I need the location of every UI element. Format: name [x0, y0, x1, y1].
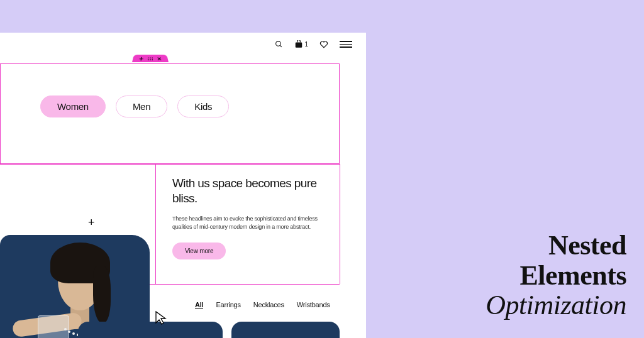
editor-gridline [340, 164, 340, 284]
editor-gridline [0, 164, 340, 165]
cart-button[interactable]: 1 [294, 40, 308, 48]
category-tabs: Women Men Kids [40, 95, 229, 117]
hero-description: These headlines aim to evoke the sophist… [172, 215, 330, 231]
category-tab-men[interactable]: Men [116, 95, 167, 117]
slide-headline: Nested Elements Optimization [486, 231, 626, 320]
filter-tab-necklaces[interactable]: Necklaces [253, 301, 284, 309]
editor-gridline [155, 164, 156, 284]
hero-section: With us space becomes pure bliss. These … [172, 176, 330, 259]
product-image[interactable] [78, 322, 223, 338]
svg-point-7 [150, 59, 151, 60]
svg-rect-2 [296, 43, 303, 48]
svg-point-3 [148, 57, 149, 58]
filter-tab-wristbands[interactable]: Wristbands [297, 301, 330, 309]
headline-line-2: Elements [486, 261, 626, 291]
svg-point-0 [276, 41, 281, 46]
svg-point-6 [148, 59, 149, 60]
menu-icon[interactable] [340, 41, 352, 48]
svg-point-4 [150, 57, 151, 58]
product-image[interactable] [231, 322, 340, 338]
filter-tab-earrings[interactable]: Earrings [216, 301, 240, 309]
top-toolbar: 1 [275, 40, 352, 48]
search-icon[interactable] [275, 40, 283, 48]
svg-point-5 [152, 57, 153, 58]
drag-handle-icon [147, 57, 153, 61]
headline-line-1: Nested [486, 231, 626, 261]
headline-line-3: Optimization [486, 290, 626, 320]
product-filter-tabs: All Earrings Necklaces Wristbands [195, 301, 330, 309]
hero-title: With us space becomes pure bliss. [172, 176, 330, 206]
plus-icon [138, 57, 143, 61]
category-tab-women[interactable]: Women [40, 95, 106, 117]
view-more-button[interactable]: View more [172, 243, 226, 259]
filter-tab-all[interactable]: All [195, 301, 203, 309]
svg-line-1 [280, 45, 282, 47]
category-tab-kids[interactable]: Kids [177, 95, 229, 117]
website-canvas: 1 Women Men Kids With us space becomes p… [0, 33, 366, 338]
svg-point-8 [152, 59, 153, 60]
add-element-button[interactable]: + [88, 216, 95, 229]
wishlist-icon[interactable] [319, 40, 328, 48]
close-icon [157, 57, 162, 61]
editor-selection-tab[interactable] [132, 55, 169, 62]
cart-count: 1 [304, 41, 308, 48]
